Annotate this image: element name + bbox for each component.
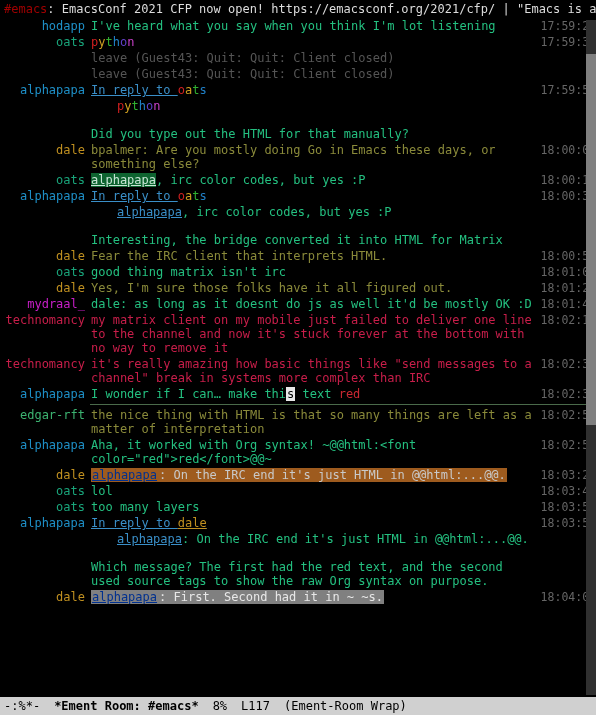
message-body: Aha, it worked with Org syntax! ~@@html:… [91,438,536,466]
nick: dale [0,590,91,604]
nick: alphapapa [0,387,91,401]
message-body: alphapapa: On the IRC end it's just HTML… [91,532,536,546]
nick: technomancy [0,313,91,327]
message-row: daleYes, I'm sure those folks have it al… [0,280,596,296]
message-row: alphapapaIn reply to oats17:59:58 [0,82,596,98]
modeline-buffer: *Ement Room: #emacs* [54,699,199,713]
reply-link[interactable]: In reply to oats [91,189,207,203]
message-body: Did you type out the HTML for that manua… [91,127,536,141]
nick: oats [0,265,91,279]
modeline-line: L117 [241,699,270,713]
text-cursor: s [286,387,295,401]
message-body: Interesting, the bridge converted it int… [91,233,536,247]
message-row: hodappI've heard what you say when you t… [0,18,596,34]
message-row: alphapapa, irc color codes, but yes :P [0,204,596,220]
nick: oats [0,500,91,514]
nick: alphapapa [0,516,91,530]
channel-name: #emacs [4,2,47,16]
message-body: I wonder if I can… make this text red [91,387,536,401]
message-row: alphapapa: On the IRC end it's just HTML… [0,531,596,547]
separator [90,404,596,405]
modeline-mode: (Ement-Room Wrap) [284,699,407,713]
message-body: dale: as long as it doesnt do js as well… [91,297,536,311]
message-row: oatstoo many layers18:03:52 [0,499,596,515]
message-row: alphapapaIn reply to oats18:00:35 [0,188,596,204]
message-body: good thing matrix isn't irc [91,265,536,279]
message-body: leave (Guest43: Quit: Quit: Client close… [91,51,536,65]
message-body: my matrix client on my mobile just faile… [91,313,536,355]
scroll-thumb[interactable] [586,54,596,425]
message-row: daleFear the IRC client that interprets … [0,248,596,264]
nick: dale [0,468,91,482]
reply-link[interactable]: In reply to oats [91,83,207,97]
message-body: python [91,99,536,113]
message-row: technomancyit's really amazing how basic… [0,356,596,386]
message-body: alphapapa: On the IRC end it's just HTML… [91,468,536,482]
message-row: dalebpalmer: Are you mostly doing Go in … [0,142,596,172]
message-row: oatsgood thing matrix isn't irc18:01:05 [0,264,596,280]
message-row: Interesting, the bridge converted it int… [0,232,596,248]
nick: edgar-rft [0,408,91,422]
message-body: I've heard what you say when you think I… [91,19,536,33]
message-row: leave (Guest43: Quit: Quit: Client close… [0,50,596,66]
message-body: In reply to oats [91,189,536,203]
mention-highlight[interactable]: alphapapa [91,590,158,604]
title-bar: #emacs: EmacsConf 2021 CFP now open! htt… [0,0,596,18]
message-body: In reply to oats [91,83,536,97]
nick: dale [0,143,91,157]
modeline-percent: 8% [213,699,227,713]
message-row: dalealphapapa: First. Second had it in ~… [0,589,596,605]
message-body: lol [91,484,536,498]
message-row: mydraal_dale: as long as it doesnt do js… [0,296,596,312]
nick: dale [0,249,91,263]
message-row: edgar-rftthe nice thing with HTML is tha… [0,407,596,437]
nick: oats [0,35,91,49]
message-body: alphapapa: First. Second had it in ~ ~s. [91,590,536,604]
mention-highlight[interactable]: alphapapa [91,173,156,187]
message-row: Which message? The first had the red tex… [0,559,596,589]
message-row: technomancymy matrix client on my mobile… [0,312,596,356]
message-body: too many layers [91,500,536,514]
message-row: Did you type out the HTML for that manua… [0,126,596,142]
message-body: python [91,35,536,49]
nick: technomancy [0,357,91,371]
nick: alphapapa [0,83,91,97]
modeline-left: -:%*- [4,699,40,713]
mention-link[interactable]: alphapapa [117,532,182,546]
nick: oats [0,484,91,498]
message-row: alphapapaAha, it worked with Org syntax!… [0,437,596,467]
topic-text: : EmacsConf 2021 CFP now open! https://e… [47,2,596,16]
mode-line: -:%*- *Ement Room: #emacs* 8% L117 (Emen… [0,697,596,715]
message-row: oatsalphapapa, irc color codes, but yes … [0,172,596,188]
nick: dale [0,281,91,295]
message-body: leave (Guest43: Quit: Quit: Client close… [91,67,536,81]
message-row: alphapapaI wonder if I can… make this te… [0,386,596,402]
nick: mydraal_ [0,297,91,311]
message-row: python [0,98,596,114]
message-body: Which message? The first had the red tex… [91,560,536,588]
message-list[interactable]: hodappI've heard what you say when you t… [0,18,596,605]
message-body: the nice thing with HTML is that so many… [91,408,536,436]
message-body: Yes, I'm sure those folks have it all fi… [91,281,536,295]
message-body: alphapapa, irc color codes, but yes :P [91,205,536,219]
scrollbar[interactable] [586,20,596,695]
message-body: Fear the IRC client that interprets HTML… [91,249,536,263]
nick: oats [0,173,91,187]
nick: hodapp [0,19,91,33]
reply-link[interactable]: In reply to dale [91,516,207,530]
message-row: dalealphapapa: On the IRC end it's just … [0,467,596,483]
emacs-window: #emacs: EmacsConf 2021 CFP now open! htt… [0,0,596,715]
message-body: In reply to dale [91,516,536,530]
message-body: bpalmer: Are you mostly doing Go in Emac… [91,143,536,171]
mention-highlight[interactable]: alphapapa [91,468,158,482]
message-body: alphapapa, irc color codes, but yes :P [91,173,536,187]
message-row: leave (Guest43: Quit: Quit: Client close… [0,66,596,82]
nick: alphapapa [0,189,91,203]
message-row: oatspython17:59:31 [0,34,596,50]
nick: alphapapa [0,438,91,452]
mention-link[interactable]: alphapapa [117,205,182,219]
message-row: alphapapaIn reply to dale18:03:59 [0,515,596,531]
message-body: it's really amazing how basic things lik… [91,357,536,385]
message-row: oatslol18:03:46 [0,483,596,499]
